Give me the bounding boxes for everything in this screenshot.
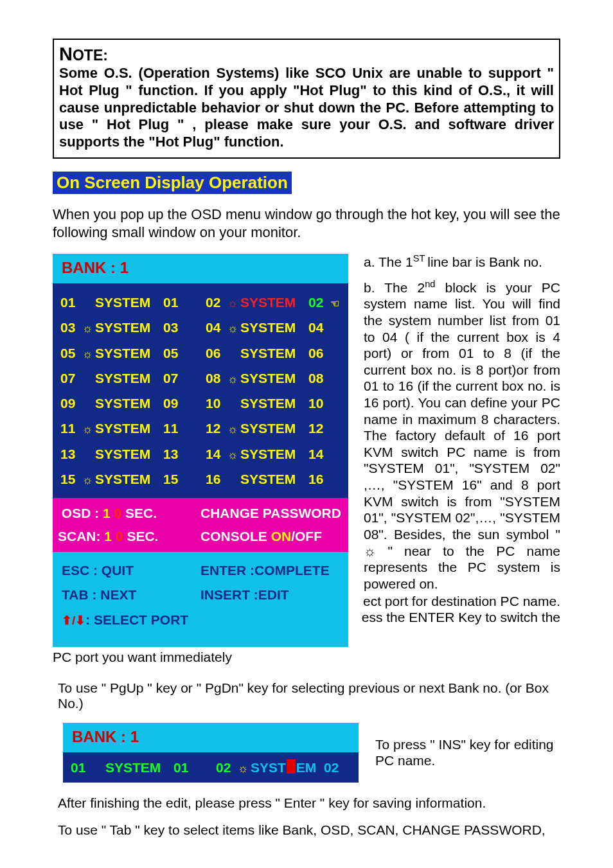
system-index: 09 [163,391,182,416]
osd-footer: ESC : QUIT ENTER :COMPLETE TAB : NEXT IN… [53,552,348,648]
osd-system-list: 01SYSTEM0102☼SYSTEM02☜03☼SYSTEM0304☼SYST… [53,283,348,498]
hint-enter: ENTER :COMPLETE [200,558,339,583]
mini-r-idx: 02 [324,757,339,778]
mini-l-idx: 01 [173,757,193,778]
osd-cell: 10SYSTEM10 [206,391,341,416]
mini-r-name-a: SYST [251,757,286,778]
system-number: 02 [206,290,227,315]
system-index: 12 [308,416,328,441]
osd-cell: 06SYSTEM06 [206,341,341,366]
system-index: 03 [163,315,182,340]
bank-number: 1 [120,259,129,276]
system-index: 11 [163,416,182,441]
system-name: SYSTEM [240,366,308,391]
mini-l-name: SYSTEM [105,757,173,778]
intro-text: When you pop up the OSD menu window go t… [53,206,560,241]
osd-cell: 08☼SYSTEM08 [206,366,341,391]
osd-with-description: BANK : 1 01SYSTEM0102☼SYSTEM02☜03☼SYSTEM… [53,254,560,647]
system-name: SYSTEM [95,416,163,441]
system-number: 07 [60,366,82,391]
osd-row: 01SYSTEM0102☼SYSTEM02☜ [60,290,341,315]
bank-label: BANK : [62,259,120,276]
system-name: SYSTEM [95,391,163,416]
system-name: SYSTEM [240,290,308,315]
ins-instruction: To press " INS" key for editing PC name. [375,736,560,768]
system-name: SYSTEM [240,341,308,366]
osd-cell: 09SYSTEM09 [60,391,206,416]
sun-icon: ☼ [82,344,95,366]
system-index: 14 [308,441,328,466]
system-name: SYSTEM [95,466,163,492]
system-name: SYSTEM [240,391,308,416]
system-index: 04 [308,315,328,340]
osd-cell: 03☼SYSTEM03 [60,315,206,340]
system-number: 01 [60,290,82,315]
system-index: 08 [308,366,328,391]
sun-icon: ☼ [227,419,240,441]
system-name: SYSTEM [240,441,308,466]
system-index: 01 [163,290,182,315]
system-name: SYSTEM [95,441,163,466]
osd-cell: 01SYSTEM01 [60,290,206,315]
osd-description: a. The 1ST line bar is Bank no. b. The 2… [364,254,560,601]
pgup-instruction: To use " PgUp " key or " PgDn" key for s… [58,680,560,711]
after-edit-instruction: After finishing the edit, please press "… [58,795,560,811]
hint-esc: ESC : QUIT [62,558,200,583]
mini-osd-row-1: 01 SYSTEM 01 02 ☼ SYSTEM 02 [71,757,351,778]
osd-timer: OSD : 1 0 SEC. [58,502,200,525]
sun-icon: ☼ [227,293,240,315]
note-title: NOTE: [59,47,108,64]
system-index: 15 [163,466,182,492]
sun-icon: ☼ [238,760,251,777]
console-toggle: CONSOLE ON/OFF [200,525,343,548]
osd-cell: 15☼SYSTEM15 [60,466,206,492]
system-index: 16 [308,466,328,492]
mini-bank-bar: BANK : 1 [63,723,359,752]
osd-row: 15☼SYSTEM1516SYSTEM16 [60,466,341,492]
mini-osd-row: BANK : 1 01 SYSTEM 01 02 ☼ SYSTEM 02 [53,723,560,783]
system-name: SYSTEM [95,290,163,315]
osd-cell: 14☼SYSTEM14 [206,441,341,466]
system-number: 15 [60,466,82,492]
sun-icon: ☼ [82,318,95,340]
osd-cell: 13SYSTEM13 [60,441,206,466]
mini-osd-window: BANK : 1 01 SYSTEM 01 02 ☼ SYSTEM 02 [63,723,359,783]
system-name: SYSTEM [240,315,308,340]
system-number: 09 [60,391,82,416]
system-number: 05 [60,341,82,366]
arrow-up-down-icon: ⬆/⬇ [62,614,85,627]
osd-row: 05☼SYSTEM0506SYSTEM06 [60,341,341,366]
section-heading: On Screen Display Operation [53,172,292,194]
system-number: 14 [206,441,227,466]
hint-tab: TAB : NEXT [62,583,200,608]
note-box: NOTE: Some O.S. (Operation Systems) like… [53,39,560,159]
tab-instruction: To use " Tab " key to select items like … [58,822,560,838]
osd-cell: 11☼SYSTEM11 [60,416,206,441]
system-number: 06 [206,341,227,366]
system-number: 11 [60,416,82,441]
scan-timer: SCAN: 1 0 SEC. [58,525,200,548]
system-index: 05 [163,341,182,366]
mini-r-num: 02 [216,757,238,778]
system-number: 13 [60,441,82,466]
system-index: 02 [308,290,328,315]
hint-select: ⬆/⬇: SELECT PORT [62,608,188,633]
sun-icon: ☼ [82,470,95,492]
system-name: SYSTEM [95,315,163,340]
sun-icon: ☼ [227,445,240,466]
osd-status-bar: OSD : 1 0 SEC. CHANGE PASSWORD SCAN: 1 0… [53,498,348,551]
system-name: SYSTEM [240,416,308,441]
system-number: 04 [206,315,227,340]
hint-insert: INSERT :EDIT [200,583,339,608]
mini-r-name-b: EM [296,757,317,778]
osd-row: 03☼SYSTEM0304☼SYSTEM04 [60,315,341,340]
osd-row: 13SYSTEM1314☼SYSTEM14 [60,441,341,466]
tail-line-3: PC port you want immediately [53,649,560,665]
note-body: Some O.S. (Operation Systems) like SCO U… [59,65,554,151]
system-number: 08 [206,366,227,391]
desc-a: a. The 1ST line bar is Bank no. [364,254,560,270]
osd-cell: 02☼SYSTEM02☜ [206,290,341,315]
sun-icon: ☼ [227,318,240,340]
sun-icon: ☼ [227,369,240,391]
system-name: SYSTEM [240,466,308,492]
